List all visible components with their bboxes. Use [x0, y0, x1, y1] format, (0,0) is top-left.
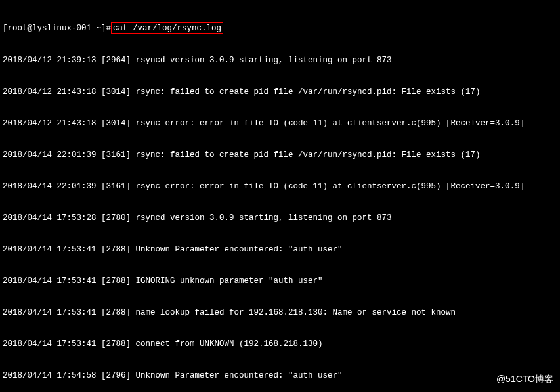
log-line: 2018/04/14 22:01:39 [3161] rsync error: …	[3, 181, 557, 192]
log-line: 2018/04/14 17:53:41 [2788] connect from …	[3, 339, 557, 349]
command-highlighted: cat /var/log/rsync.log	[111, 22, 223, 34]
log-line: 2018/04/14 22:01:39 [3161] rsync: failed…	[3, 150, 557, 160]
terminal-output: [root@lyslinux-001 ~]# cat /var/log/rsyn…	[3, 1, 557, 392]
log-line: 2018/04/14 17:53:41 [2788] Unknown Param…	[3, 244, 557, 255]
log-line: 2018/04/14 17:53:41 [2788] IGNORING unkn…	[3, 276, 557, 286]
log-line: 2018/04/14 17:53:41 [2788] name lookup f…	[3, 307, 557, 318]
prompt-line-1[interactable]: [root@lyslinux-001 ~]# cat /var/log/rsyn…	[3, 22, 557, 34]
watermark-text: @51CTO博客	[496, 374, 553, 384]
log-line: 2018/04/14 17:54:58 [2796] Unknown Param…	[3, 370, 557, 381]
log-line: 2018/04/12 21:43:18 [3014] rsync error: …	[3, 118, 557, 129]
prompt-text: [root@lyslinux-001 ~]#	[3, 23, 111, 33]
log-line: 2018/04/12 21:43:18 [3014] rsync: failed…	[3, 87, 557, 97]
log-line: 2018/04/12 21:39:13 [2964] rsyncd versio…	[3, 55, 557, 66]
log-line: 2018/04/14 17:53:28 [2780] rsyncd versio…	[3, 213, 557, 223]
